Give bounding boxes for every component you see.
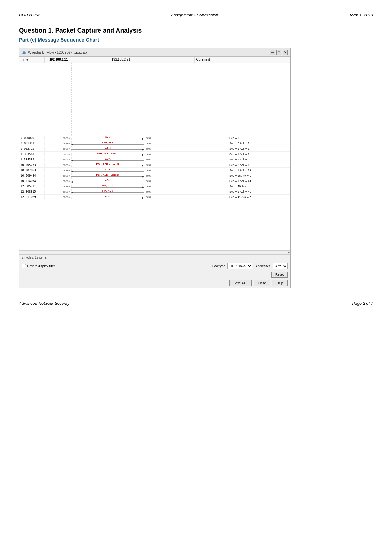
row-time: 12.805731 [19,184,45,188]
row-comment: Seq = 40 Ack = 1 [227,184,290,188]
scrollbar-hint[interactable]: ▶ [19,250,290,254]
svg-marker-43 [142,165,144,167]
node1-ip: 192.168.1.11 [45,57,73,63]
svg-marker-57 [142,176,144,178]
row-svg: 58880SYN, ACK5697 [45,141,227,146]
svg-marker-29 [142,154,144,156]
flow-type-select[interactable]: TCP Flows [227,263,252,269]
svg-marker-36 [71,160,73,161]
minimize-button[interactable]: — [270,50,275,55]
status-text: 2 nodes, 12 items [22,256,47,259]
title-bar: Wireshark · Flow · 12069097-tcp.pcap — □… [19,48,290,57]
svg-text:58880: 58880 [63,169,70,172]
svg-marker-50 [71,170,73,172]
row-comment: Seq = 41 Ack = 2 [227,195,290,199]
page-footer: Advanced Network Security Page 2 of 7 [19,301,373,306]
svg-marker-15 [71,143,73,145]
svg-text:58880: 58880 [63,174,70,177]
row-time: 12.808815 [19,190,45,194]
btn-row: Save As... Close Help [19,279,290,288]
row-svg: 58880PSH, ACK - Len: 245697 [45,173,227,178]
svg-text:ACK: ACK [105,179,111,182]
svg-text:ACK: ACK [105,168,111,171]
reset-button[interactable]: Reset [271,272,288,278]
svg-text:58880: 58880 [63,180,70,183]
svg-text:5697: 5697 [146,190,151,193]
svg-text:5697: 5697 [146,180,151,183]
svg-text:SYN, ACK: SYN, ACK [102,141,114,144]
wireshark-window: Wireshark · Flow · 12069097-tcp.pcap — □… [19,48,291,288]
row-svg: 58880ACK5697 [45,146,227,151]
svg-text:58880: 58880 [63,164,70,166]
svg-text:SYN: SYN [105,136,111,139]
flow-row: 0.00134158880SYN, ACK5697Seq = 0 Ack = 1 [19,141,290,146]
flow-row: 12.80881558880FIN, ACK5697Seq = 1 Ack = … [19,189,290,195]
row-comment: Seq = 2 Ack = 1 [227,163,290,167]
row-time: 10.114064 [19,179,45,183]
svg-text:58880: 58880 [63,196,70,199]
row-comment: Seq = 16 Ack = 1 [227,174,290,178]
flow-row: 12.80573158880FIN, ACK5697Seq = 40 Ack =… [19,184,290,189]
row-comment: Seq = 1 Ack = 2 [227,158,290,161]
title-bar-text: Wireshark · Flow · 12069097-tcp.pcap [28,51,87,54]
svg-text:58880: 58880 [63,142,70,145]
svg-text:58880: 58880 [63,158,70,161]
flow-row: 0.00000058880SYN5697Seq = 0 [19,135,290,141]
save-as-button[interactable]: Save As... [229,280,252,286]
help-button[interactable]: Help [272,280,288,286]
flow-type-group: Flow type: TCP Flows [212,263,252,269]
svg-text:5697: 5697 [146,185,151,188]
svg-text:58880: 58880 [63,153,70,156]
row-svg: 58880FIN, ACK5697 [45,184,227,189]
reset-row: Reset [19,271,290,279]
title-bar-controls[interactable]: — □ ✕ [270,50,288,55]
svg-text:5697: 5697 [146,158,151,161]
scroll-right-icon: ▶ [288,251,290,254]
maximize-button[interactable]: □ [276,50,281,55]
svg-text:ACK: ACK [105,195,111,198]
svg-marker-85 [142,197,144,199]
limit-filter-checkbox[interactable] [22,264,26,268]
svg-text:PSH, ACK - Len: 1: PSH, ACK - Len: 1 [97,152,119,155]
svg-text:5697: 5697 [146,148,151,150]
flow-row: 10.10948458880PSH, ACK - Len: 245697Seq … [19,173,290,178]
svg-text:PSH, ACK - Len: 14: PSH, ACK - Len: 14 [96,163,119,166]
svg-text:58880: 58880 [63,137,70,140]
row-svg: 58880ACK5697 [45,178,227,184]
addresses-label: Addresses: [256,264,271,268]
svg-marker-71 [142,186,144,188]
col-spacer [169,57,195,63]
svg-text:5697: 5697 [146,174,151,177]
svg-text:5697: 5697 [146,164,151,166]
row-time: 10.105763 [19,163,45,167]
row-comment: Seq = 0 Ack = 1 [227,142,290,145]
flow-type-label: Flow type: [212,264,226,268]
svg-text:58880: 58880 [63,185,70,188]
bottom-controls: Limit to display filter Flow type: TCP F… [19,261,290,271]
flow-mid-header: 192.168.2.21 [73,57,169,63]
svg-text:PSH, ACK - Len: 24: PSH, ACK - Len: 24 [96,173,119,176]
close-button[interactable]: ✕ [283,50,288,55]
addresses-group: Addresses: Any [256,263,288,269]
row-comment: Seq = 1 Ack = 16 [227,168,290,172]
footer-right: Page 2 of 7 [352,301,373,306]
limit-filter-label[interactable]: Limit to display filter [22,264,55,268]
flow-header-row: Time 192.168.1.11 192.168.2.21 Comment [19,57,290,63]
row-svg: 58880FIN, ACK5697 [45,189,227,194]
flow-content: Time 192.168.1.11 192.168.2.21 Comment 0… [19,57,290,254]
flow-row: 1.38438558880ACK5697Seq = 1 Ack = 2 [19,157,290,162]
close-button-main[interactable]: Close [254,280,270,286]
addresses-select[interactable]: Any [273,263,288,269]
flow-row: 10.11406458880ACK5697Seq = 1 Ack = 40 [19,178,290,184]
row-svg: 58880ACK5697 [45,195,227,200]
question-title: Question 1. Packet Capture and Analysis [19,27,373,34]
svg-text:5697: 5697 [146,169,151,172]
svg-text:5697: 5697 [146,196,151,199]
svg-marker-64 [71,181,73,183]
header-center: Assignment 1 Submission [171,13,218,17]
svg-text:ACK: ACK [105,157,111,160]
svg-text:ACK: ACK [105,147,111,149]
row-svg: 58880PSH, ACK - Len: 15697 [45,152,227,157]
flow-row: 10.10576358880PSH, ACK - Len: 145697Seq … [19,162,290,168]
limit-filter-text: Limit to display filter [27,264,55,268]
